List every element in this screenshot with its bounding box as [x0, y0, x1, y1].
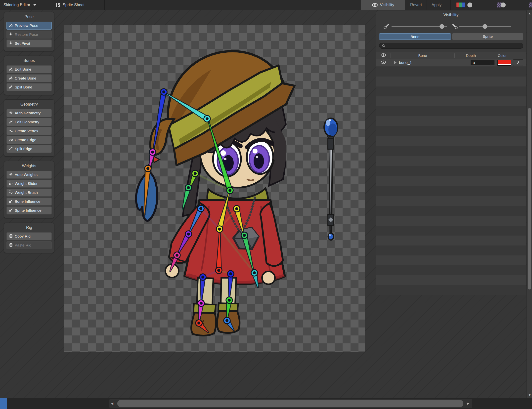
column-depth[interactable]: Depth [454, 53, 487, 58]
auto-weights-button[interactable]: Auto Weights [6, 171, 52, 179]
create-edge-button[interactable]: Create Edge [6, 136, 52, 144]
visibility-panel: Visibility Bone Sprite Bone Depth Color [376, 10, 526, 295]
row-expander-icon[interactable] [394, 61, 397, 64]
tab-bone[interactable]: Bone [379, 33, 451, 40]
button-label: Edit Geometry [15, 120, 39, 124]
button-label: Weight Brush [15, 190, 38, 195]
toolbar: Skinning Editor Sprite Sheet Visibility … [0, 0, 532, 10]
toolbar-separator [450, 0, 451, 10]
sprite-influence-button[interactable]: Sprite Influence [6, 206, 52, 214]
restore-pose-icon [9, 32, 13, 37]
edit-bone-button[interactable]: Edit Bone [6, 65, 52, 73]
empty-list-row [376, 176, 526, 186]
group-title: Bones [6, 57, 52, 65]
horizontal-scrollbar-thumb[interactable] [117, 400, 463, 407]
search-input[interactable] [387, 43, 521, 48]
vertical-scrollbar[interactable]: ▲ ▼ [527, 10, 532, 398]
tab-sprite[interactable]: Sprite [452, 33, 524, 40]
copy-rig-button[interactable]: Copy Rig [6, 232, 52, 240]
bone-influence-button[interactable]: Bone Influence [6, 198, 52, 205]
button-label: Edit Bone [15, 67, 31, 72]
eyedropper-button[interactable] [513, 59, 523, 66]
button-label: Sprite Influence [15, 208, 42, 213]
chevron-down-icon [33, 4, 36, 6]
visibility-toggle-button[interactable]: Visibility [361, 0, 405, 10]
color-channels-button[interactable] [456, 2, 465, 8]
apply-button[interactable]: Apply [428, 0, 445, 10]
split-bone-icon [9, 85, 13, 90]
vertical-scrollbar-thumb[interactable] [528, 108, 531, 289]
row-visibility-toggle[interactable] [376, 60, 391, 65]
sprite-canvas[interactable] [64, 25, 365, 352]
group-title: Geometry [6, 101, 52, 109]
empty-list-row [376, 216, 526, 226]
button-label: Auto Weights [15, 172, 38, 177]
revert-button[interactable]: Revert [407, 0, 425, 10]
search-field[interactable] [379, 43, 523, 49]
weight-slider-icon [9, 181, 13, 186]
sprite-sheet-button[interactable]: Sprite Sheet [52, 0, 88, 10]
tool-group-geometry: GeometryAuto GeometryEdit GeometryCreate… [4, 99, 54, 157]
skinning-editor-dropdown[interactable]: Skinning Editor [0, 0, 40, 10]
scroll-left-icon[interactable]: ◀ [111, 402, 113, 405]
button-label: Create Vertex [15, 129, 38, 133]
empty-list-row [376, 77, 526, 86]
bone-table-row[interactable]: bone_1 [376, 59, 526, 66]
sprite-opacity-icon [451, 23, 458, 29]
empty-list-row [376, 96, 526, 106]
paste-rig-icon [9, 243, 13, 248]
apply-label: Apply [432, 3, 442, 7]
empty-list-row [376, 285, 526, 295]
empty-list-row [376, 245, 526, 255]
button-label: Paste Rig [15, 243, 31, 247]
split-edge-icon [9, 146, 13, 152]
auto-geometry-icon [9, 111, 13, 116]
bone-opacity-icon [384, 23, 390, 29]
weight-brush-button[interactable]: Weight Brush [6, 189, 52, 197]
create-bone-button[interactable]: Create Bone [6, 74, 52, 82]
edit-geometry-button[interactable]: Edit Geometry [6, 118, 52, 126]
toolbar-separator [427, 0, 427, 10]
opacity-pattern-icon [529, 2, 532, 7]
sprite-opacity-knob[interactable] [483, 24, 487, 29]
scroll-right-icon[interactable]: ▶ [467, 402, 469, 405]
empty-list-row [376, 86, 526, 96]
opacity-slider-track[interactable] [506, 5, 528, 5]
opacity-slider-knob[interactable] [501, 2, 506, 7]
horizontal-scrollbar[interactable]: ◀ ▶ [0, 398, 532, 409]
bone-opacity-track[interactable] [392, 26, 447, 27]
column-bone[interactable]: Bone [391, 53, 454, 58]
column-color[interactable]: Color [487, 53, 517, 58]
create-vertex-button[interactable]: Create Vertex [6, 127, 52, 135]
split-edge-button[interactable]: Split Edge [6, 145, 52, 153]
preview-pose-icon [9, 23, 13, 28]
split-bone-button[interactable]: Split Bone [6, 83, 52, 91]
preview-pose-button[interactable]: Preview Pose [6, 22, 52, 30]
scroll-up-icon[interactable]: ▲ [528, 12, 531, 15]
create-edge-icon [9, 137, 13, 143]
depth-input[interactable] [471, 60, 494, 65]
empty-list-row [376, 116, 526, 126]
group-title: Rig [6, 224, 52, 232]
alpha-slider-track[interactable] [473, 5, 496, 5]
alpha-slider-knob[interactable] [467, 2, 472, 7]
edit-bone-icon [9, 67, 13, 72]
group-title: Weights [6, 163, 52, 171]
button-label: Create Edge [15, 138, 36, 142]
tool-group-rig: RigCopy RigPaste Rig [4, 223, 54, 253]
tool-group-weights: WeightsAuto WeightsWeight SliderWeight B… [4, 161, 54, 218]
set-pivot-button[interactable]: Set Pivot [6, 40, 52, 47]
visibility-tabs: Bone Sprite [379, 33, 523, 40]
sprite-influence-icon [9, 208, 13, 213]
bone-opacity-knob[interactable] [440, 24, 444, 29]
bone-color-swatch[interactable] [497, 60, 511, 66]
copy-rig-icon [9, 234, 13, 239]
empty-list-row [376, 206, 526, 216]
auto-geometry-button[interactable]: Auto Geometry [6, 109, 52, 117]
restore-pose-button: Restore Pose [6, 31, 52, 39]
weight-slider-button[interactable]: Weight Slider [6, 180, 52, 188]
bone-name[interactable]: bone_1 [399, 60, 449, 65]
scroll-down-icon[interactable]: ▼ [528, 393, 531, 397]
bone-list-rows [376, 67, 526, 295]
button-label: Weight Slider [15, 181, 38, 186]
